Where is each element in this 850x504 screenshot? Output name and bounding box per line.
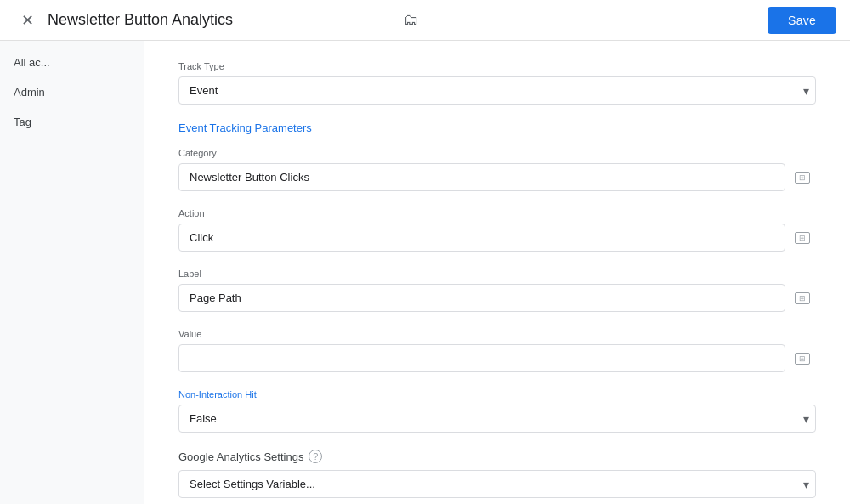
google-analytics-help-icon[interactable]: ?	[309, 450, 322, 463]
google-analytics-settings-label: Google Analytics Settings	[178, 450, 303, 463]
non-interaction-label: Non-Interaction Hit	[178, 389, 816, 399]
content-area: Track Type Event Page View Transaction I…	[144, 41, 850, 504]
track-type-group: Track Type Event Page View Transaction I…	[178, 61, 816, 105]
action-group: Action ⊞	[178, 208, 816, 252]
label-variable-icon[interactable]: ⊞	[789, 285, 816, 312]
action-variable-icon[interactable]: ⊞	[789, 224, 816, 252]
action-input[interactable]	[178, 224, 785, 252]
close-button[interactable]: ✕	[14, 7, 41, 34]
label-group: Label ⊞	[178, 269, 816, 312]
category-input-row: ⊞	[178, 163, 816, 191]
save-button[interactable]: Save	[768, 7, 836, 34]
settings-variable-select-wrapper: Select Settings Variable... ▾	[178, 470, 816, 498]
sidebar-item-tag[interactable]: Tag	[0, 107, 144, 137]
category-variable-icon[interactable]: ⊞	[789, 164, 816, 191]
close-icon: ✕	[21, 11, 34, 30]
non-interaction-select-wrapper: False True ▾	[178, 405, 816, 433]
svg-text:⊞: ⊞	[799, 173, 806, 182]
settings-variable-select[interactable]: Select Settings Variable...	[178, 470, 816, 498]
value-input-row: ⊞	[178, 344, 816, 372]
category-input[interactable]	[178, 163, 785, 191]
track-type-select-wrapper: Event Page View Transaction Item Social …	[178, 76, 816, 105]
track-type-select[interactable]: Event Page View Transaction Item Social	[178, 76, 816, 105]
settings-label-row: Google Analytics Settings ?	[178, 450, 816, 463]
track-type-label: Track Type	[178, 61, 816, 71]
value-label: Value	[178, 329, 816, 339]
action-input-row: ⊞	[178, 224, 816, 252]
label-input[interactable]	[178, 284, 785, 312]
non-interaction-select[interactable]: False True	[178, 405, 816, 433]
value-variable-icon[interactable]: ⊞	[789, 345, 816, 372]
category-label: Category	[178, 148, 816, 158]
sidebar-item-all-accounts[interactable]: All ac...	[0, 48, 144, 77]
header: ✕ Newsletter Button Analytics 🗂 Save	[0, 0, 850, 41]
main-layout: All ac... Admin Tag Track Type Event Pag…	[0, 41, 850, 504]
value-input[interactable]	[178, 344, 785, 372]
folder-icon[interactable]: 🗂	[404, 11, 419, 29]
sidebar: All ac... Admin Tag	[0, 41, 144, 504]
event-tracking-title: Event Tracking Parameters	[178, 122, 816, 134]
sidebar-item-admin[interactable]: Admin	[0, 77, 144, 107]
svg-text:⊞: ⊞	[799, 354, 806, 363]
label-input-row: ⊞	[178, 284, 816, 312]
google-analytics-settings-group: Google Analytics Settings ? Select Setti…	[178, 450, 816, 498]
page-title: Newsletter Button Analytics	[48, 11, 397, 29]
svg-text:⊞: ⊞	[799, 294, 806, 303]
category-group: Category ⊞	[178, 148, 816, 191]
value-group: Value ⊞	[178, 329, 816, 372]
svg-text:⊞: ⊞	[799, 234, 806, 242]
non-interaction-group: Non-Interaction Hit False True ▾	[178, 389, 816, 433]
action-label: Action	[178, 208, 816, 218]
label-label: Label	[178, 269, 816, 279]
